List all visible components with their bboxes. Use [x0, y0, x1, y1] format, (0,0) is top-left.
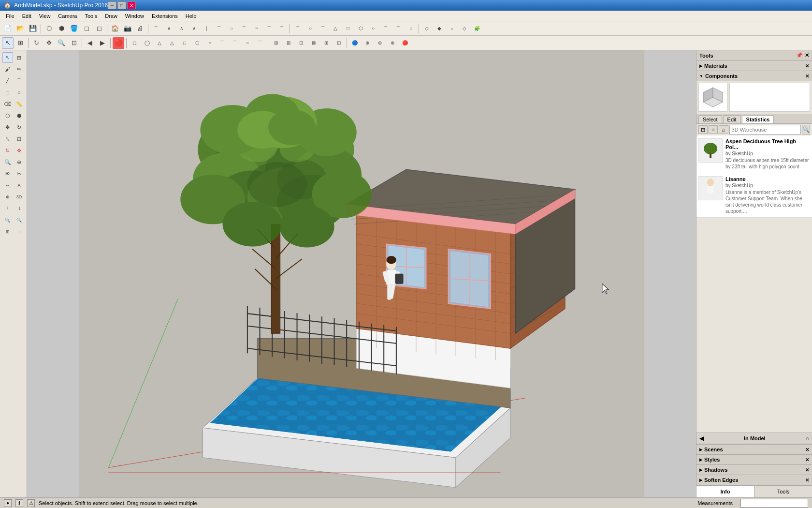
- tool-paint2[interactable]: ✏: [14, 64, 25, 75]
- menu-tools[interactable]: Tools: [81, 12, 101, 20]
- tool-orbit[interactable]: ↻: [2, 145, 13, 156]
- tb-component-tool[interactable]: ⊞: [14, 37, 26, 49]
- in-model-home[interactable]: ⌂: [806, 435, 809, 442]
- tb-print[interactable]: 🖨: [134, 23, 146, 34]
- tool-text[interactable]: A: [14, 180, 25, 191]
- tb-house[interactable]: 🏠: [109, 23, 121, 34]
- close-button[interactable]: ✕: [127, 1, 136, 9]
- viewport[interactable]: [27, 50, 696, 497]
- tool-rect[interactable]: □: [2, 87, 13, 98]
- tb-diamond4[interactable]: ◇: [459, 23, 470, 34]
- tool-scale[interactable]: ⤡: [2, 134, 13, 144]
- minimize-button[interactable]: ─: [108, 1, 116, 9]
- tb-r2-shape7[interactable]: ○: [204, 37, 216, 49]
- tool-line[interactable]: ╱: [2, 75, 13, 86]
- shadows-close[interactable]: ✕: [805, 467, 809, 473]
- tool-tape[interactable]: 📏: [14, 99, 25, 109]
- search-input[interactable]: [729, 125, 801, 134]
- tb-orbit[interactable]: ↻: [30, 37, 42, 49]
- maximize-button[interactable]: □: [117, 1, 126, 9]
- tb-curve[interactable]: ⌒: [213, 23, 225, 34]
- tool-zoom-window[interactable]: ⊕: [14, 157, 25, 167]
- menu-help[interactable]: Help: [182, 12, 201, 20]
- tool-xray[interactable]: 👁: [2, 168, 13, 179]
- tb-circle[interactable]: ○: [226, 23, 237, 34]
- tool-section[interactable]: ✂: [14, 168, 25, 179]
- tb-r2-eye4[interactable]: ⊕: [387, 37, 398, 49]
- tb-cube[interactable]: ⬡: [43, 23, 55, 34]
- tool-circle[interactable]: ○: [14, 87, 25, 98]
- tb-open[interactable]: 📂: [14, 23, 26, 34]
- tb-poly2[interactable]: ⌒: [276, 23, 288, 34]
- tool-axes[interactable]: ⊕: [2, 192, 13, 202]
- tb-pan[interactable]: ✥: [43, 37, 55, 49]
- tb-r2-eye3[interactable]: ⊕: [374, 37, 386, 49]
- tb-r2-shape8[interactable]: ⌒: [217, 37, 228, 49]
- components-header[interactable]: Components ✕: [696, 71, 812, 81]
- tb-r2-shape3[interactable]: △: [154, 37, 165, 49]
- tool-zoom-out[interactable]: 🔍: [14, 215, 25, 225]
- tb-freehand[interactable]: ~: [251, 23, 262, 34]
- soften-edges-close[interactable]: ✕: [805, 478, 809, 483]
- tool-sandbox2[interactable]: ⌇: [14, 203, 25, 214]
- panel-pin-icon[interactable]: 📌: [796, 52, 803, 59]
- tool-3dtext[interactable]: 3D: [14, 192, 25, 202]
- tb-shape9[interactable]: ⌒: [392, 23, 404, 34]
- tb-arc5[interactable]: ⌒: [238, 23, 250, 34]
- in-model-back[interactable]: ◀: [699, 435, 704, 442]
- tb-paint[interactable]: 🪣: [68, 23, 80, 34]
- tb-previous[interactable]: ◀: [84, 37, 96, 49]
- tb-r2-shape10[interactable]: ○: [242, 37, 253, 49]
- tb-r2-eye5[interactable]: 🔴: [399, 37, 411, 49]
- tool-zoom-in[interactable]: 🔍: [2, 215, 13, 225]
- tab-info[interactable]: Info: [696, 486, 754, 497]
- tb-erase[interactable]: ◻: [81, 23, 92, 34]
- menu-draw[interactable]: Draw: [101, 12, 121, 20]
- nav-home-button[interactable]: ⌂: [719, 125, 728, 134]
- tab-tools[interactable]: Tools: [754, 486, 812, 497]
- tb-r2-extra3[interactable]: ⊡: [295, 37, 307, 49]
- tool-pushpull[interactable]: ⬡: [2, 110, 13, 121]
- tb-next[interactable]: ▶: [97, 37, 108, 49]
- tab-edit[interactable]: Edit: [723, 115, 741, 123]
- tb-shape8[interactable]: ⌒: [380, 23, 392, 34]
- tool-pan[interactable]: ✥: [14, 145, 25, 156]
- tb-component[interactable]: 🧩: [471, 23, 483, 34]
- comp-item-person[interactable]: Lisanne by SketchUp Lisanne is a member …: [696, 173, 812, 218]
- tb-shape5[interactable]: □: [342, 23, 354, 34]
- tb-new[interactable]: 📄: [2, 23, 14, 34]
- tb-select[interactable]: ◻: [93, 23, 105, 34]
- tool-paint1[interactable]: 🖌: [2, 64, 13, 75]
- tool-rotate[interactable]: ↻: [14, 122, 25, 133]
- materials-close[interactable]: ✕: [805, 63, 809, 69]
- scenes-close[interactable]: ✕: [805, 447, 809, 452]
- tb-arc1[interactable]: ⌒: [150, 23, 162, 34]
- tb-r2-extra6[interactable]: ⊡: [333, 37, 345, 49]
- tb-r2-shape1[interactable]: ◻: [129, 37, 140, 49]
- materials-header[interactable]: Materials ✕: [696, 61, 812, 71]
- tb-zoom-extent[interactable]: ⊡: [68, 37, 80, 49]
- tool-sandbox1[interactable]: ⌇: [2, 203, 13, 214]
- menu-edit[interactable]: Edit: [18, 12, 35, 20]
- tb-r2-shape5[interactable]: □: [179, 37, 190, 49]
- tb-shape1[interactable]: ⌒: [292, 23, 304, 34]
- status-icon-2[interactable]: ℹ: [15, 499, 23, 507]
- tool-move[interactable]: ✥: [2, 122, 13, 133]
- tool-dimension[interactable]: ↔: [2, 180, 13, 191]
- tb-r2-extra5[interactable]: ⊞: [320, 37, 332, 49]
- tb-shape7[interactable]: ○: [367, 23, 379, 34]
- shadows-header[interactable]: Shadows ✕: [696, 465, 812, 475]
- view-grid-button[interactable]: ⊞: [698, 125, 708, 134]
- scenes-header[interactable]: Scenes ✕: [696, 445, 812, 454]
- tb-r2-eye2[interactable]: ⊕: [362, 37, 373, 49]
- comp-item-tree[interactable]: Aspen Deciduous Tree High Pol... by Sket…: [696, 135, 812, 173]
- tool-select2[interactable]: ⊞: [14, 52, 25, 63]
- tool-component2[interactable]: ⊞: [2, 226, 13, 237]
- search-button[interactable]: 🔍: [802, 125, 810, 134]
- tb-shape2[interactable]: ○: [304, 23, 316, 34]
- view-list-button[interactable]: ≡: [709, 125, 718, 134]
- tool-arc[interactable]: ⌒: [14, 75, 25, 86]
- tb-select-tool[interactable]: ↖: [2, 37, 14, 49]
- tool-offset[interactable]: ⊡: [14, 134, 25, 144]
- tb-r2-extra1[interactable]: ⊞: [270, 37, 282, 49]
